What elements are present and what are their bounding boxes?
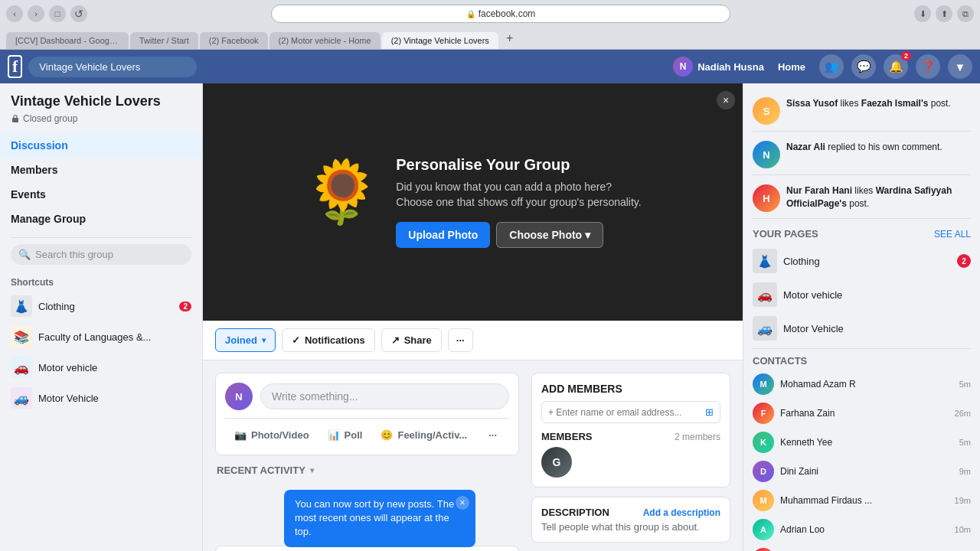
share-button[interactable]: ↗ Share [381, 328, 442, 352]
recent-activity-header: RECENT ACTIVITY ▾ [215, 465, 519, 476]
personalise-desc-line1: Did you know that you can add a photo he… [396, 181, 612, 193]
description-title: DESCRIPTION [541, 507, 609, 518]
browser-chrome: ‹ › □ ↺ 🔒 facebook.com ⬇ ⬆ ⧉ [CCV] Dashb… [0, 0, 980, 50]
tab-facebook[interactable]: (2) Facebook [200, 32, 268, 49]
add-member-submit-icon[interactable]: ⊞ [705, 406, 714, 418]
notifications-badge: 2 [901, 51, 911, 60]
choose-photo-button[interactable]: Choose Photo ▾ [496, 222, 603, 248]
see-all-link[interactable]: SEE ALL [934, 229, 971, 240]
sort-tooltip-text: You can now sort by new posts. The most … [295, 498, 454, 537]
sidebar-button[interactable]: ⧉ [957, 5, 974, 22]
joined-button[interactable]: Joined ▾ [215, 328, 276, 352]
contact-mohamad[interactable]: M Mohamad Azam R 5m [753, 370, 971, 399]
cover-dismiss-button[interactable]: × [717, 91, 735, 109]
photo-video-button[interactable]: 📷 Photo/Video [225, 425, 318, 445]
page-icon-motor-vehicle: 🚗 [753, 282, 777, 307]
cover-area: × 🌻 Personalise Your Group Did you know … [203, 83, 743, 321]
page-motor-vehicle[interactable]: 🚗 Motor vehicle [753, 278, 971, 311]
contact-kenneth[interactable]: K Kenneth Yee 5m [753, 428, 971, 457]
tab-ccv[interactable]: [CCV] Dashboard - Google Sheets [6, 32, 129, 49]
facebook-navbar: f N Nadiah Husna Home 👥 💬 🔔 2 ❓ ▼ [0, 50, 980, 83]
poll-button[interactable]: 📊 Poll [318, 425, 372, 445]
share-icon: ↗ [391, 334, 400, 346]
url-bar[interactable]: 🔒 facebook.com [271, 5, 730, 23]
browser-tabs: [CCV] Dashboard - Google Sheets Twitter … [0, 28, 980, 49]
add-member-input[interactable] [548, 407, 701, 418]
poll-label: Poll [345, 429, 363, 441]
tab-vintage[interactable]: (2) Vintage Vehicle Lovers [382, 32, 498, 49]
sidebar-item-members[interactable]: Members [0, 158, 202, 182]
svg-rect-0 [12, 118, 18, 122]
flower-illustration: 🌻 [304, 156, 381, 228]
page-clothing[interactable]: 👗 Clothing 2 [753, 244, 971, 278]
page-motor-vehicle2[interactable]: 🚙 Motor Vehicle [753, 311, 971, 345]
sort-tooltip-close-button[interactable]: × [456, 496, 469, 510]
tab-view-button[interactable]: □ [49, 5, 66, 22]
shortcut-label-clothing: Clothing [38, 301, 173, 312]
forward-button[interactable]: › [28, 5, 44, 22]
nav-messages-icon[interactable]: 💬 [851, 54, 876, 79]
sidebar-search-input[interactable] [35, 249, 184, 260]
notif-text-sissa: Sissa Yusof likes Faezah Ismail's post. [786, 97, 951, 110]
nav-help-icon[interactable]: ❓ [916, 54, 940, 79]
nav-user[interactable]: N Nadiah Husna [673, 57, 764, 77]
nav-user-name: Nadiah Husna [697, 61, 764, 73]
shortcut-languages[interactable]: 📚 Faculty of Languages &... [0, 321, 202, 352]
shortcut-motor-vehicle2[interactable]: 🚙 Motor Vehicle [0, 383, 202, 413]
personalise-desc-line2: Choose one that shows off your group's p… [396, 196, 641, 208]
share-button[interactable]: ⬆ [936, 5, 952, 22]
notif-text-nazar: Nazar Ali replied to his own comment. [786, 141, 942, 154]
joined-chevron-icon: ▾ [262, 336, 266, 344]
new-tab-button[interactable]: + [500, 28, 519, 49]
your-pages-label: YOUR PAGES [753, 228, 818, 240]
add-description-link[interactable]: Add a description [643, 507, 720, 518]
shortcut-motor-vehicle[interactable]: 🚗 Motor vehicle [0, 352, 202, 383]
tab-twitter[interactable]: Twitter / Start [130, 32, 198, 49]
write-post-top: N Write something... [225, 383, 509, 410]
add-member-input-box[interactable]: ⊞ [541, 401, 720, 423]
nav-home-link[interactable]: Home [772, 58, 812, 76]
feeling-button[interactable]: 😊 Feeling/Activ... [371, 425, 476, 445]
closed-label: Closed group [23, 113, 77, 124]
contact-dini[interactable]: D Dini Zaini 9m [753, 457, 971, 486]
lock-icon: 🔒 [466, 10, 475, 18]
recent-activity-section: RECENT ACTIVITY ▾ × You can now sort by … [215, 465, 519, 551]
sidebar-nav-label-manage: Manage Group [11, 213, 86, 225]
notifications-label: Notifications [305, 334, 365, 346]
notifications-button[interactable]: ✓ Notifications [282, 328, 375, 352]
extensions-button[interactable]: ⬇ [914, 5, 931, 22]
add-members-title: ADD MEMBERS [541, 383, 720, 395]
add-members-card: ADD MEMBERS ⊞ MEMBERS 2 members G [531, 373, 730, 487]
contact-firdaus[interactable]: M Muhammad Firdaus ... 19m [753, 486, 971, 515]
sidebar-item-manage[interactable]: Manage Group [0, 207, 202, 231]
your-pages-header: YOUR PAGES SEE ALL [753, 222, 971, 244]
nav-notifications-icon[interactable]: 🔔 2 [884, 54, 908, 79]
feeling-icon: 😊 [381, 429, 393, 441]
refresh-button[interactable]: ↺ [70, 5, 87, 22]
nav-friends-icon[interactable]: 👥 [819, 54, 844, 79]
upload-photo-button[interactable]: Upload Photo [396, 222, 490, 248]
back-button[interactable]: ‹ [6, 5, 23, 22]
contact-name-firdaus: Muhammad Firdaus ... [780, 495, 949, 506]
contact-pamela[interactable]: P Pamela Nicole Mejia 5m [753, 544, 971, 551]
shortcut-clothing[interactable]: 👗 Clothing 2 [0, 291, 202, 321]
fb-nav-right: N Nadiah Husna Home 👥 💬 🔔 2 ❓ ▼ [673, 54, 972, 79]
fb-search-input[interactable] [28, 57, 197, 77]
nav-menu-icon[interactable]: ▼ [948, 54, 972, 79]
sidebar-search-box[interactable]: 🔍 [11, 244, 191, 265]
share-label: Share [404, 334, 432, 346]
choose-photo-label: Choose Photo [509, 229, 582, 241]
sidebar-divider-1 [11, 237, 191, 238]
contact-adrian[interactable]: A Adrian Loo 10m [753, 515, 971, 544]
shortcut-label-motor-vehicle: Motor vehicle [38, 362, 191, 373]
write-post-input[interactable]: Write something... [260, 383, 509, 409]
sidebar-item-discussion[interactable]: Discussion [0, 133, 202, 158]
contact-farhana[interactable]: F Farhana Zain 26m [753, 399, 971, 428]
personalise-title: Personalise Your Group [396, 156, 641, 174]
contact-avatar-adrian: A [753, 519, 774, 540]
tab-motor-home[interactable]: (2) Motor vehicle - Home [270, 32, 381, 49]
sidebar-item-events[interactable]: Events [0, 182, 202, 207]
contact-avatar-firdaus: M [753, 490, 774, 511]
more-options-button[interactable]: ··· [448, 328, 473, 352]
post-more-button[interactable]: ··· [476, 425, 509, 445]
